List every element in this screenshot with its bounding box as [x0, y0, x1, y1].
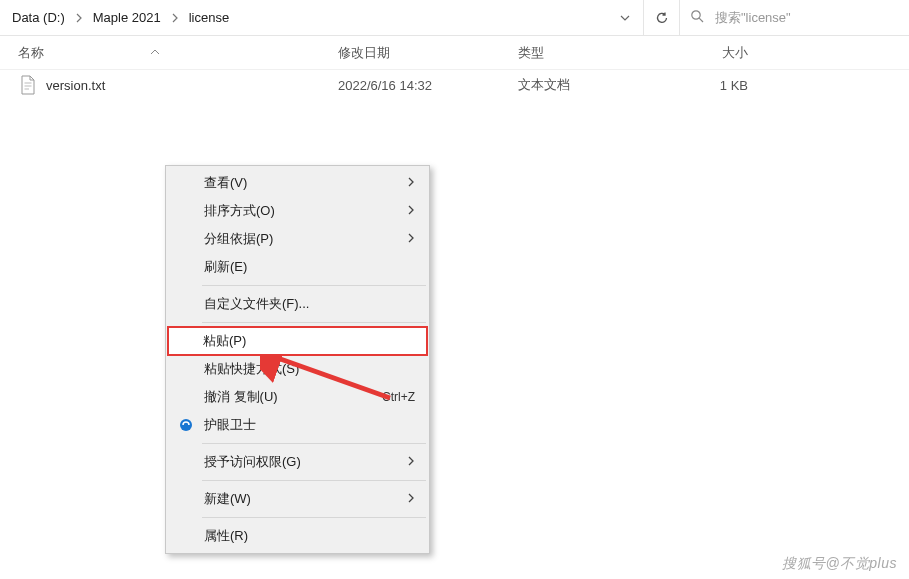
column-header-size[interactable]: 大小 — [658, 44, 748, 62]
menu-item-shortcut: Ctrl+Z — [382, 390, 415, 404]
sort-ascending-icon — [50, 47, 160, 58]
svg-point-0 — [692, 10, 700, 18]
chevron-right-icon[interactable] — [165, 13, 185, 23]
menu-item-refresh[interactable]: 刷新(E) — [168, 253, 427, 281]
file-row[interactable]: version.txt 2022/6/16 14:32 文本文档 1 KB — [0, 70, 909, 100]
menu-item-customize-folder[interactable]: 自定义文件夹(F)... — [168, 290, 427, 318]
menu-separator — [202, 285, 426, 286]
history-dropdown-button[interactable] — [607, 0, 643, 36]
shield-icon — [178, 417, 194, 433]
breadcrumb[interactable]: Data (D:) Maple 2021 license — [0, 0, 607, 35]
menu-item-view[interactable]: 查看(V) — [168, 169, 427, 197]
watermark-text: 搜狐号@不觉plus — [782, 555, 897, 573]
chevron-right-icon — [407, 204, 415, 219]
breadcrumb-item-maple[interactable]: Maple 2021 — [89, 0, 165, 35]
menu-item-grant-access[interactable]: 授予访问权限(G) — [168, 448, 427, 476]
menu-item-new[interactable]: 新建(W) — [168, 485, 427, 513]
chevron-right-icon — [407, 455, 415, 470]
menu-item-label: 排序方式(O) — [204, 202, 275, 220]
menu-item-paste[interactable]: 粘贴(P) — [167, 326, 428, 356]
chevron-right-icon — [407, 492, 415, 507]
menu-item-label: 分组依据(P) — [204, 230, 273, 248]
menu-item-label: 自定义文件夹(F)... — [204, 295, 309, 313]
menu-separator — [202, 443, 426, 444]
menu-item-eye-guard[interactable]: 护眼卫士 — [168, 411, 427, 439]
file-date: 2022/6/16 14:32 — [338, 78, 518, 93]
column-header-type[interactable]: 类型 — [518, 44, 658, 62]
chevron-right-icon — [407, 176, 415, 191]
menu-item-sort[interactable]: 排序方式(O) — [168, 197, 427, 225]
menu-item-label: 新建(W) — [204, 490, 251, 508]
menu-item-label: 粘贴(P) — [203, 332, 246, 350]
search-icon — [690, 9, 705, 27]
file-type: 文本文档 — [518, 76, 658, 94]
menu-item-label: 授予访问权限(G) — [204, 453, 301, 471]
file-name: version.txt — [46, 78, 338, 93]
column-header-name[interactable]: 名称 — [18, 44, 338, 62]
column-headers: 名称 修改日期 类型 大小 — [0, 36, 909, 70]
chevron-right-icon[interactable] — [69, 13, 89, 23]
menu-item-properties[interactable]: 属性(R) — [168, 522, 427, 550]
breadcrumb-item-license[interactable]: license — [185, 0, 233, 35]
svg-point-5 — [180, 419, 192, 431]
refresh-button[interactable] — [643, 0, 679, 36]
menu-item-label: 粘贴快捷方式(S) — [204, 360, 299, 378]
svg-line-1 — [699, 18, 703, 22]
column-header-name-label: 名称 — [18, 44, 44, 62]
text-file-icon — [18, 75, 38, 95]
menu-item-label: 属性(R) — [204, 527, 248, 545]
search-box[interactable] — [679, 0, 909, 36]
chevron-right-icon — [407, 232, 415, 247]
address-bar: Data (D:) Maple 2021 license — [0, 0, 909, 36]
menu-separator — [202, 322, 426, 323]
menu-item-group[interactable]: 分组依据(P) — [168, 225, 427, 253]
menu-separator — [202, 517, 426, 518]
menu-item-label: 刷新(E) — [204, 258, 247, 276]
breadcrumb-item-data[interactable]: Data (D:) — [8, 0, 69, 35]
menu-item-paste-shortcut[interactable]: 粘贴快捷方式(S) — [168, 355, 427, 383]
menu-separator — [202, 480, 426, 481]
column-header-date[interactable]: 修改日期 — [338, 44, 518, 62]
menu-item-label: 护眼卫士 — [204, 416, 256, 434]
context-menu: 查看(V) 排序方式(O) 分组依据(P) 刷新(E) 自定义文件夹(F)...… — [165, 165, 430, 554]
file-size: 1 KB — [658, 78, 748, 93]
menu-item-label: 查看(V) — [204, 174, 247, 192]
menu-item-undo[interactable]: 撤消 复制(U) Ctrl+Z — [168, 383, 427, 411]
search-input[interactable] — [715, 10, 899, 25]
menu-item-label: 撤消 复制(U) — [204, 388, 278, 406]
